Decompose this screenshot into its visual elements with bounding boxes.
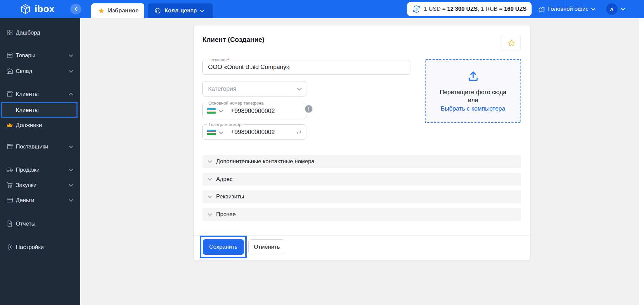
chevron-down-icon [69,199,73,202]
tab-favorites-label: Избранное [108,7,139,14]
uzbekistan-flag-icon[interactable] [207,130,216,135]
enter-icon [295,129,302,136]
user-menu-chevron-down-icon[interactable] [621,8,625,10]
tab-call-center[interactable]: Колл-центр [148,3,213,18]
sidebar: Дашборд Товары Склад Клиенты Клиенты Дол… [0,18,80,305]
currency-exchange-icon [412,5,421,13]
client-create-card: Клиент (Создание) Название* Основной ном… [194,25,530,260]
sidebar-item-money[interactable]: Деньги [0,193,80,208]
sidebar-item-settings[interactable]: Настройки [0,240,80,255]
dropzone-or-text: или [468,96,478,104]
chevron-up-icon [69,93,73,96]
dashboard-icon [6,29,13,36]
chevron-down-icon [69,184,73,187]
sidebar-item-clients-group[interactable]: Клиенты [0,86,80,102]
branch-selector[interactable]: Головной офис [538,0,595,18]
chevron-down-icon [69,145,73,148]
currency-rates-widget[interactable]: 1 USD = 12 300 UZS, 1 RUB = 160 UZS [407,2,532,16]
uzbekistan-flag-icon[interactable] [207,108,216,114]
logo-text: ibox [35,4,55,14]
settings-gear-icon [6,243,13,251]
crown-icon [6,121,13,129]
chevron-down-icon [591,8,595,10]
sidebar-item-debtors[interactable]: Должники [0,118,80,133]
scrollbar-track[interactable] [639,18,644,305]
rub-rate: 160 UZS [504,6,527,12]
cancel-button[interactable]: Отменить [248,239,285,254]
chevron-down-icon [69,54,73,57]
favorite-toggle-button[interactable] [502,35,521,51]
sidebar-item-products[interactable]: Товары [0,48,80,63]
tab-call-center-label: Колл-центр [164,7,197,14]
headset-icon [154,7,161,14]
main-phone-field: Основной номер телефона [202,103,306,119]
app-logo: ibox [19,0,55,18]
purchases-cart-icon [6,181,13,189]
highlight-box-save-button: Сохранить [200,236,247,258]
section-requisites[interactable]: Реквизиты [202,190,521,203]
user-avatar[interactable]: A [606,3,617,15]
section-additional-contacts[interactable]: Дополнительные контактные номера [202,155,521,168]
sidebar-item-reports[interactable]: Отчеты [0,216,80,231]
chevron-down-icon [208,213,212,216]
country-code-chevron-down-icon[interactable] [219,131,223,134]
category-select[interactable] [203,81,306,96]
name-input[interactable] [203,60,410,74]
name-field: Название* [202,60,410,75]
star-outline-icon [507,39,515,47]
warehouse-icon [6,67,13,75]
dropzone-text: Перетащите фото сюда [440,88,506,96]
branch-name: Головной офис [548,6,588,12]
chevron-left-icon [74,8,78,10]
tab-favorites[interactable]: Избранное [91,3,144,18]
usd-rate: 12 300 UZS [447,6,478,12]
photo-dropzone[interactable]: Перетащите фото сюда или Выбрать с компь… [425,59,521,123]
chevron-down-icon [69,70,73,73]
main-phone-input[interactable] [227,103,294,119]
category-field [202,81,306,97]
sidebar-collapse-button[interactable] [70,4,81,14]
section-other[interactable]: Прочее [202,208,521,221]
telegram-input[interactable] [227,125,294,139]
avatar-initial: A [610,6,614,12]
sales-truck-icon [6,166,13,173]
sidebar-item-purchases[interactable]: Закупки [0,178,80,193]
products-box-icon [6,52,13,59]
chevron-down-icon [200,10,204,12]
sidebar-subitem-clients[interactable]: Клиенты [0,103,80,118]
page-title: Клиент (Создание) [202,36,264,44]
chevron-down-icon [69,169,73,171]
sidebar-item-warehouse[interactable]: Склад [0,64,80,79]
section-address[interactable]: Адрес [202,173,521,186]
sidebar-item-dashboard[interactable]: Дашборд [0,25,80,40]
office-building-icon [538,6,545,12]
suppliers-storefront-icon [6,143,13,150]
warning-icon [305,105,312,113]
country-code-chevron-down-icon[interactable] [219,110,223,113]
money-card-icon [6,196,13,204]
chevron-down-icon [208,160,212,163]
choose-from-computer-link[interactable]: Выбрать с компьютера [441,105,505,113]
ibox-logo-icon [19,3,32,15]
upload-icon [466,69,480,83]
sidebar-item-suppliers[interactable]: Поставщики [0,139,80,154]
clients-storefront-icon [6,90,13,98]
currency-rates-text: 1 USD = 12 300 UZS, 1 RUB = 160 UZS [424,6,527,12]
chevron-down-icon [208,195,212,198]
chevron-down-icon [208,178,212,181]
star-icon [98,7,105,14]
telegram-field: Телеграм номер [202,124,306,140]
reports-document-icon [6,220,13,227]
top-bar: ibox Избранное Колл-центр 1 USD = 12 300… [0,0,644,18]
sidebar-item-sales[interactable]: Продажи [0,162,80,177]
save-button[interactable]: Сохранить [203,239,244,255]
